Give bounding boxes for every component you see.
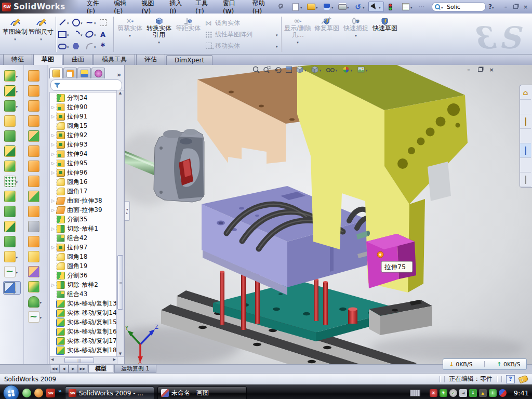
volume-tray-icon[interactable]: ◄: [459, 389, 467, 397]
feature-tree-item[interactable]: 组合43: [50, 289, 116, 299]
feature-tool-button[interactable]: [4, 85, 20, 97]
graphics-area[interactable]: 拉伸75 Y Z X: [125, 65, 532, 364]
solidworks-launcher-icon[interactable]: SW: [46, 389, 55, 397]
titlebar-tool[interactable]: [322, 2, 336, 11]
zoom-to-area-icon[interactable]: [263, 65, 271, 74]
usb-tray-icon[interactable]: ↕: [469, 389, 477, 397]
titlebar-tool[interactable]: [416, 2, 431, 11]
document-tab[interactable]: 运动算例 1: [114, 365, 156, 373]
tab-nav-button[interactable]: ◀: [59, 365, 69, 373]
expand-arrow-icon[interactable]: [51, 170, 57, 175]
slide-block[interactable]: [154, 129, 204, 202]
minimize-button[interactable]: –: [501, 3, 510, 11]
mold-tool-button[interactable]: [28, 296, 44, 308]
custom-properties-tab[interactable]: [520, 172, 531, 187]
search-input[interactable]: [446, 3, 473, 11]
feature-tree-item[interactable]: 拉伸97: [50, 243, 116, 252]
expand-arrow-icon[interactable]: [51, 133, 57, 138]
ribbon-button[interactable]: 转换实体引用: [144, 15, 174, 54]
feature-tool-button[interactable]: [3, 281, 21, 295]
feature-tool-button[interactable]: [4, 266, 20, 277]
ribbon-stack-button[interactable]: 镜向实体: [203, 18, 280, 28]
titlebar-tool[interactable]: [337, 2, 352, 11]
apply-scene-icon[interactable]: [357, 65, 369, 74]
sketch-tool[interactable]: [71, 17, 85, 29]
feature-tool-button[interactable]: [4, 115, 20, 127]
scroll-down-icon[interactable]: ▼: [117, 352, 124, 356]
sketch-tool[interactable]: [71, 29, 85, 41]
hide-show-items-icon[interactable]: [326, 65, 339, 74]
appearances-tab[interactable]: [520, 158, 531, 172]
titlebar-tool[interactable]: [401, 2, 415, 11]
feature-tool-button[interactable]: [4, 236, 20, 247]
section-view-icon[interactable]: [285, 65, 293, 74]
view-orientation-icon[interactable]: [296, 65, 308, 74]
feature-tree-item[interactable]: 分割34: [50, 93, 116, 102]
design-library-tab[interactable]: [520, 100, 531, 114]
feature-tree-item[interactable]: 圆角19: [50, 261, 116, 271]
tag-icon[interactable]: [518, 375, 528, 383]
expand-arrow-icon[interactable]: [51, 283, 57, 287]
document-recovery-tab[interactable]: [520, 143, 531, 158]
ribbon-button[interactable]: 显示/删除几...: [283, 15, 312, 54]
feature-tool-button[interactable]: [4, 206, 20, 217]
titlebar-tool[interactable]: [368, 2, 384, 12]
titlebar-tool[interactable]: [290, 2, 305, 11]
feature-tool-button[interactable]: [4, 251, 20, 262]
feature-tree-item[interactable]: 实体-移动/复制17: [50, 336, 116, 345]
close-button[interactable]: ×: [521, 3, 530, 11]
feature-tree-item[interactable]: 拉伸92: [50, 130, 116, 140]
quick-tips-help-icon[interactable]: ?: [506, 375, 515, 383]
mold-tool-button[interactable]: [28, 130, 44, 142]
feature-tree-item[interactable]: 拉伸91: [50, 112, 116, 121]
mold-tool-button[interactable]: [28, 145, 44, 157]
search-box[interactable]: [432, 2, 486, 11]
expand-arrow-icon[interactable]: [51, 114, 57, 119]
titlebar-tool[interactable]: [306, 2, 321, 11]
ribbon-stack-button[interactable]: 移动实体: [203, 41, 280, 51]
panel-tabs-overflow[interactable]: »: [115, 71, 123, 78]
propertymanager-tab[interactable]: [63, 68, 77, 78]
mold-tool-button[interactable]: [28, 115, 44, 127]
warning-tray-icon[interactable]: ▲: [479, 389, 487, 397]
sync-tray-icon[interactable]: −: [499, 389, 507, 397]
feature-tree-item[interactable]: 分割35: [50, 215, 116, 224]
security-shield-tray-icon[interactable]: ϟ: [440, 389, 447, 397]
feature-tree-item[interactable]: 分割36: [50, 271, 116, 280]
expand-arrow-icon[interactable]: [51, 227, 57, 231]
start-button[interactable]: [3, 385, 19, 399]
input-language-icon[interactable]: [410, 390, 420, 396]
expand-arrow-icon[interactable]: [51, 142, 57, 147]
scroll-up-icon[interactable]: ▲: [117, 91, 124, 95]
tree-filter-box[interactable]: [50, 79, 122, 91]
edit-appearance-icon[interactable]: [342, 65, 354, 74]
model-canvas[interactable]: 拉伸75 Y Z X: [125, 65, 532, 364]
sketch-tool[interactable]: [85, 17, 98, 29]
update-tray-icon[interactable]: ✓: [449, 389, 457, 397]
mold-tool-button[interactable]: [28, 281, 44, 292]
command-tab[interactable]: DimXpert: [166, 55, 212, 65]
mold-tool-button[interactable]: [28, 266, 44, 277]
titlebar-tool[interactable]: [385, 2, 400, 11]
scrollbar-thumb[interactable]: [117, 255, 123, 309]
tab-nav-button[interactable]: ▶: [69, 365, 78, 373]
feature-tool-button[interactable]: [4, 191, 20, 202]
feature-tree-item[interactable]: 拉伸93: [50, 140, 116, 149]
ribbon-button[interactable]: 快速草图: [370, 15, 400, 54]
command-tab[interactable]: 曲面: [63, 54, 92, 65]
mold-tool-button[interactable]: [28, 236, 44, 247]
feature-tree-item[interactable]: 圆角15: [50, 121, 116, 130]
mold-tool-button[interactable]: [28, 85, 44, 97]
feature-tree-item[interactable]: 组合42: [50, 233, 116, 243]
ribbon-stack-button[interactable]: 线性草图阵列: [203, 29, 280, 39]
feature-tree-item[interactable]: 圆角18: [50, 252, 116, 261]
titlebar-tool[interactable]: [353, 2, 367, 11]
tab-nav-button[interactable]: ▶▶: [78, 365, 87, 373]
sketch-tool[interactable]: [58, 29, 71, 41]
feature-tool-button[interactable]: [4, 130, 20, 142]
expand-arrow-icon[interactable]: [51, 245, 57, 250]
doc-close-button[interactable]: ×: [487, 66, 496, 73]
document-tab[interactable]: 模型: [88, 365, 113, 373]
sketch-tool[interactable]: [58, 41, 71, 52]
feature-tool-button[interactable]: [4, 176, 20, 187]
